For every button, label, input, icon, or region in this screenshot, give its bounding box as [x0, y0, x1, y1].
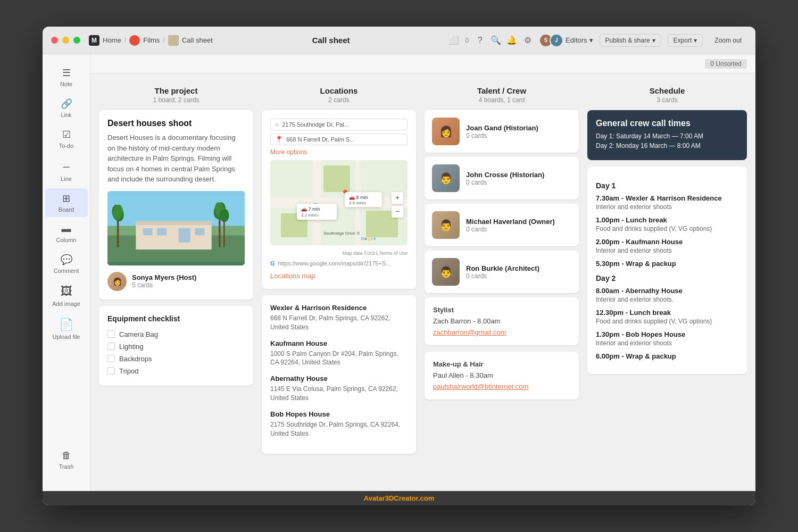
- day1-desc-2: Food and drinks supplied (V, VG options): [596, 225, 738, 232]
- svg-text:e: e: [373, 236, 376, 241]
- checkbox-tripod[interactable]: [107, 367, 115, 375]
- schedule-column-header: Schedule 3 cards: [587, 82, 747, 110]
- makeup-email[interactable]: paulshairworld@btinternet.com: [433, 383, 528, 390]
- talent-name-john: John Crosse (Historian): [466, 171, 544, 179]
- watermark: Avatar3DCreator.com: [43, 491, 755, 505]
- zoom-button[interactable]: Zoom out: [709, 35, 747, 46]
- day2-entry-2: 12.30pm - Lunch break Food and drinks su…: [596, 309, 738, 325]
- sidebar-item-add-image[interactable]: 🖼 Add image: [45, 280, 88, 311]
- location-wexler: Wexler & Harrison Residence 668 N Farrel…: [270, 304, 408, 332]
- breadcrumb-callsheet[interactable]: Call sheet: [182, 36, 213, 44]
- svg-text:🚗 7 min: 🚗 7 min: [301, 206, 320, 212]
- export-button[interactable]: Export ▾: [668, 34, 703, 47]
- checkbox-backdrops[interactable]: [107, 355, 115, 362]
- comment-icon: 💬: [61, 254, 72, 265]
- check-label-camera: Camera Bag: [119, 330, 158, 338]
- minimize-button[interactable]: [62, 37, 69, 44]
- pin-icon: 📍: [275, 136, 283, 143]
- svg-text:o: o: [365, 236, 368, 241]
- day1-time-3: 2.00pm - Kaufmann House: [596, 238, 738, 246]
- checkbox-lighting[interactable]: [107, 343, 115, 350]
- sidebar-item-line[interactable]: – Line: [45, 155, 88, 186]
- location-name-kaufmann: Kaufmann House: [270, 339, 408, 347]
- day2-time-1: 8.00am - Abernathy House: [596, 287, 738, 295]
- talent-cards-michael: 0 cards: [466, 226, 555, 233]
- sidebar-item-comment[interactable]: 💬 Comment: [45, 250, 88, 278]
- sidebar-item-note[interactable]: ☰ Note: [45, 63, 88, 92]
- day1-schedule-card: Day 1 7.30am - Wexler & Harrison Residen…: [587, 167, 747, 374]
- publish-button[interactable]: Publish & share ▾: [600, 34, 661, 47]
- location-name-abernathy: Abernathy House: [270, 375, 408, 383]
- general-day1: Day 1: Saturday 14 March — 7:00 AM: [596, 132, 738, 140]
- page-title: Call sheet: [312, 36, 350, 45]
- sidebar-item-link[interactable]: 🔗 Link: [45, 94, 88, 122]
- titlebar-center: Call sheet: [213, 36, 450, 45]
- checkbox-camera[interactable]: [107, 330, 115, 338]
- help-icon[interactable]: ?: [475, 36, 485, 45]
- todo-icon: ☑: [62, 129, 71, 140]
- makeup-name: Paul Allen - 8.30am: [433, 371, 570, 379]
- search-icon[interactable]: 🔍: [491, 36, 501, 45]
- location-addr-wexler: 668 N Farrell Dr, Palm Springs, CA 92262…: [270, 314, 408, 332]
- check-item-tripod: Tripod: [107, 365, 245, 377]
- svg-text:3.6 miles: 3.6 miles: [349, 201, 366, 205]
- day1-desc-3: Interior and exterior shoots: [596, 247, 738, 254]
- close-button[interactable]: [51, 37, 58, 44]
- locations-map-link[interactable]: Locations map: [270, 272, 315, 280]
- sidebar-item-upload-file[interactable]: 📄 Upload file: [45, 313, 88, 344]
- maximize-button[interactable]: [73, 37, 80, 44]
- breadcrumb: M Home / Films / Call sheet: [89, 35, 213, 46]
- map-addr-2: 668 N Farrell Dr, Palm S...: [286, 136, 354, 143]
- editors-section: S J Editors ▾: [539, 34, 593, 47]
- content-area: 0 Unsorted The project 1 board, 2 cards …: [90, 54, 755, 491]
- link-icon: 🔗: [61, 98, 72, 110]
- map-addr-1: 2175 Southridge Dr, Pal...: [282, 121, 349, 128]
- makeup-section: Make-up & Hair: [433, 360, 570, 368]
- titlebar-right: ⬜ 0 ? 🔍 🔔 ⚙ S J Editors ▾ Publish & shar…: [449, 34, 747, 47]
- project-title: The project: [99, 86, 253, 95]
- stylist-name: Zach Barron - 8.00am: [433, 317, 570, 325]
- locations-column-header: Locations 2 cards: [262, 82, 416, 110]
- sidebar-item-trash[interactable]: 🗑 Trash: [45, 446, 88, 474]
- gear-icon[interactable]: ⚙: [523, 36, 533, 45]
- talent-subtitle: 4 boards, 1 card: [425, 96, 579, 104]
- svg-text:Southridge Drive ⊙: Southridge Drive ⊙: [323, 231, 360, 236]
- talent-cards-joan: 0 cards: [466, 132, 538, 139]
- svg-text:🚗 8 min: 🚗 8 min: [349, 194, 368, 201]
- column-icon: ▬: [62, 223, 71, 235]
- location-addr-abernathy: 1145 E Via Colusa, Palm Springs, CA 9226…: [270, 385, 408, 403]
- host-name: Sonya Myers (Host): [132, 273, 196, 281]
- project-card-text: Desert Houses is a documentary focusing …: [107, 132, 245, 185]
- more-options-link[interactable]: More options: [270, 148, 408, 156]
- sidebar-item-column[interactable]: ▬ Column: [45, 219, 88, 247]
- project-image: [107, 191, 245, 265]
- map-input-2: 📍 668 N Farrell Dr, Palm S...: [270, 134, 408, 145]
- location-bobhopes: Bob Hopes House 2175 Southridge Dr, Palm…: [270, 410, 408, 438]
- project-image-inner: [107, 191, 245, 265]
- device-icon[interactable]: ⬜: [449, 36, 459, 45]
- device-count: 0: [465, 37, 469, 44]
- location-name-bobhopes: Bob Hopes House: [270, 410, 408, 418]
- talent-column-header: Talent / Crew 4 boards, 1 card: [425, 82, 579, 110]
- bell-icon[interactable]: 🔔: [507, 36, 517, 45]
- breadcrumb-home[interactable]: Home: [103, 36, 121, 44]
- sidebar-item-todo[interactable]: ☑ To-do: [45, 124, 88, 153]
- upload-file-icon: 📄: [59, 318, 73, 331]
- sidebar-item-board[interactable]: ⊞ Board: [45, 188, 88, 217]
- project-column: The project 1 board, 2 cards Desert hous…: [99, 82, 253, 483]
- location-abernathy: Abernathy House 1145 E Via Colusa, Palm …: [270, 375, 408, 403]
- editors-button[interactable]: Editors ▾: [566, 36, 593, 44]
- schedule-title: Schedule: [587, 86, 747, 95]
- breadcrumb-films[interactable]: Films: [143, 36, 160, 44]
- check-item-lighting: Lighting: [107, 340, 245, 353]
- svg-text:l: l: [371, 236, 372, 241]
- addresses-card: Wexler & Harrison Residence 668 N Farrel…: [262, 295, 416, 454]
- day1-time-1: 7.30am - Wexler & Harrison Residence: [596, 194, 738, 202]
- day2-entry-3: 1.30pm - Bob Hopes House Interior and ex…: [596, 330, 738, 347]
- checklist-card: Equipment checklist Camera Bag Lighting …: [99, 306, 253, 386]
- project-scene-svg: [107, 191, 245, 265]
- day2-desc-2: Food and drinks supplied (V, VG options): [596, 318, 738, 325]
- main-layout: ☰ Note 🔗 Link ☑ To-do – Line ⊞ Board ▬ C…: [43, 54, 755, 491]
- day1-entry-3: 2.00pm - Kaufmann House Interior and ext…: [596, 238, 738, 254]
- stylist-email[interactable]: zachbarron@gmail.com: [433, 328, 506, 336]
